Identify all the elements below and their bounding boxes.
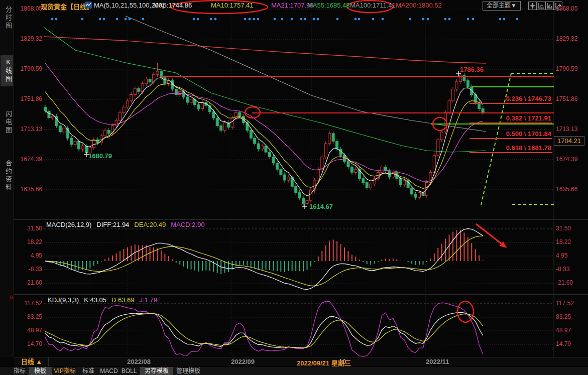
price-axis-label: 1790.59 <box>556 65 577 72</box>
price-axis-label: 1674.39 <box>16 156 42 163</box>
chart-application: 分时图K线图闪电图合约资料 现货黄金【日线】 MA(5,10,21,55,100… <box>0 0 588 375</box>
axis-scale-icon[interactable] <box>537 2 545 10</box>
kdj-axis-label: 117.52 <box>556 300 574 307</box>
chart-type-sidebar: 分时图K线图闪电图合约资料 <box>0 0 14 357</box>
indicator-value: MACD:2.90 <box>171 221 204 228</box>
bottom-tab-另存模板[interactable]: 另存模板 <box>140 367 173 375</box>
ma-legend-value: MA10:1757.41 <box>211 2 254 9</box>
ma-legend-value: MA5:1744.86 <box>153 2 192 9</box>
sidebar-tab-分时图[interactable]: 分时图 <box>1 3 13 33</box>
indicator-tab-bar: 指标模板VIP指标标准MACDBOLL另存模板管理模板 <box>0 366 588 375</box>
bottom-tab-指标[interactable]: 指标 <box>11 367 28 375</box>
theme-select-button[interactable]: 全部主题▼ <box>483 1 521 11</box>
bottom-tab-管理模板[interactable]: 管理模板 <box>174 367 203 375</box>
date-axis-label: 2022/08 <box>127 358 151 365</box>
indicator-value: MACD(26,12,9) <box>46 221 91 228</box>
bottom-tab-模板[interactable]: 模板 <box>29 367 52 375</box>
price-axis-label: 1635.66 <box>556 186 577 193</box>
kdj-axis-label: 14.70 <box>16 340 42 347</box>
chart-canvas[interactable] <box>0 0 588 375</box>
price-axis-label: 1751.86 <box>556 95 577 102</box>
indicator-value: KDJ(9,3,3) <box>48 296 79 304</box>
sidebar-tab-合约资料[interactable]: 合约资料 <box>1 157 13 195</box>
macd-axis-label: 4.95 <box>16 252 42 259</box>
candlestick-chart-icon <box>85 2 92 10</box>
indicator-window-icon[interactable] <box>545 2 554 10</box>
kdj-axis-label: 48.97 <box>16 327 42 334</box>
date-axis-label: 2022/11 <box>426 358 449 365</box>
sidebar-tab-K线图[interactable]: K线图 <box>1 55 13 86</box>
price-axis-label: 1868.05 <box>16 5 42 12</box>
macd-axis-label: -8.33 <box>556 266 569 273</box>
bottom-tab-VIP指标[interactable]: VIP指标 <box>52 367 77 375</box>
price-axis-label: 1829.32 <box>16 35 42 42</box>
price-axis-label: 1635.66 <box>16 186 42 193</box>
indicator-value: DIFF:21.94 <box>96 221 129 228</box>
price-axis-label: 1868.05 <box>556 5 577 12</box>
macd-axis-label: 18.22 <box>556 238 571 245</box>
fib-level-label: 0.236 \ 1746.73 <box>466 95 551 102</box>
low-price-label: 1680.79 <box>88 152 112 160</box>
indicator-value: J:1.79 <box>140 296 157 304</box>
price-axis-label: 1790.59 <box>16 65 42 72</box>
macd-header: MACD(26,12,9)DIFF:21.94DEA:20.49MACD:2.9… <box>46 221 209 228</box>
bottom-tab-标准[interactable]: 标准 <box>79 367 98 375</box>
price-axis-label: 1713.13 <box>556 126 577 133</box>
low-price-label: 1614.67 <box>309 203 333 210</box>
price-axis-label: 1751.86 <box>16 95 42 102</box>
bottom-tab-MACD[interactable]: MACD <box>99 367 119 375</box>
price-axis-label: 1829.32 <box>556 35 577 42</box>
indicator-value: DEA:20.49 <box>134 221 166 228</box>
macd-axis-label: -21.60 <box>556 279 573 286</box>
macd-axis-label: 31.50 <box>16 225 42 232</box>
ma-legend-value: MA200:1800.52 <box>396 2 442 9</box>
sidebar-tab-闪电图[interactable]: 闪电图 <box>1 107 13 138</box>
date-axis: 日线 ▲ 0 2022/082022/092022/09/21 星期三2022/… <box>14 357 588 367</box>
kdj-axis-label: 48.97 <box>556 327 571 334</box>
macd-axis-label: -21.60 <box>16 279 42 286</box>
price-axis-label: 1713.13 <box>16 126 42 133</box>
ma-legend-value: MA100:1711.41 <box>350 2 396 9</box>
high-price-label: 1786.36 <box>460 66 484 73</box>
ma-legend-value: MA55:1685.48 <box>307 2 350 9</box>
price-axis-label: 1674.39 <box>556 156 577 163</box>
period-selector[interactable]: 日线 ▲ <box>15 357 49 366</box>
indicator-value: D:63.69 <box>111 296 135 304</box>
bottom-tab-BOLL[interactable]: BOLL <box>120 367 139 375</box>
last-price-badge: 1704.21 <box>554 136 584 146</box>
indicator-value: K:43.05 <box>84 296 106 304</box>
kdj-header: KDJ(9,3,3)K:43.05D:63.69J:1.79 <box>48 296 162 304</box>
kdj-axis-label: 83.25 <box>556 313 571 320</box>
kdj-axis-label: 14.70 <box>556 340 571 347</box>
macd-axis-label: 31.50 <box>556 225 571 232</box>
macd-axis-label: 18.22 <box>16 238 42 245</box>
kdj-axis-label: 117.52 <box>16 300 42 307</box>
panel-splitter[interactable] <box>14 219 588 220</box>
macd-axis-label: -8.33 <box>16 266 42 273</box>
move-icon[interactable] <box>528 2 537 10</box>
fib-level-label: 0.500 \ 1701.84 <box>466 130 551 138</box>
macd-axis-label: 4.95 <box>556 252 567 259</box>
fib-level-label: 0.618 \ 1681.78 <box>466 144 551 152</box>
panel-splitter[interactable] <box>14 294 588 295</box>
fib-level-label: 0.382 \ 1721.91 <box>466 114 551 122</box>
kdj-axis-label: 83.25 <box>16 313 42 320</box>
date-axis-label: 2022/09 <box>231 358 255 365</box>
